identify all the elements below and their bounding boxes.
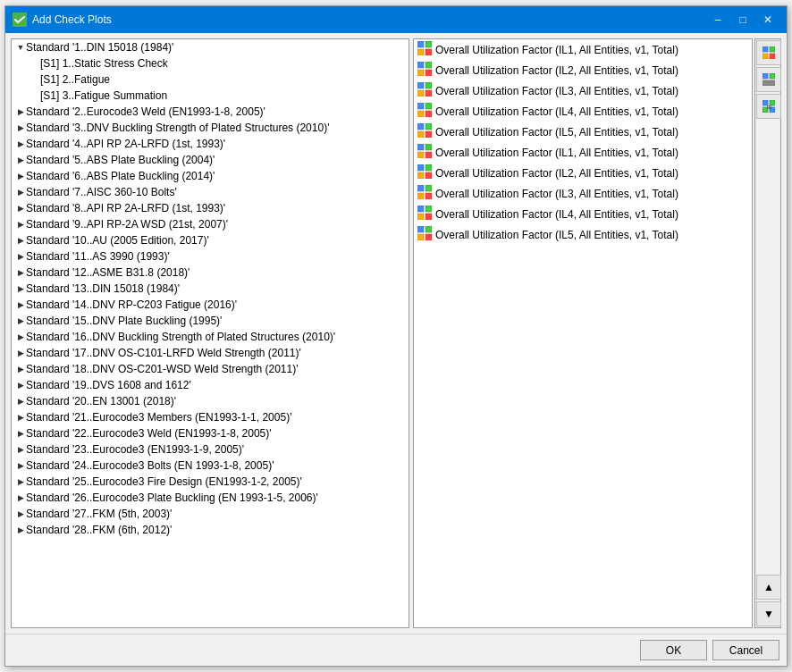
tree-item[interactable]: ▶Standard '23..Eurocode3 (EN1993-1-9, 20… (12, 441, 409, 458)
tree-arrow-icon: ▶ (15, 267, 26, 278)
tree-item-label: Standard '16..DNV Buckling Strength of P… (26, 331, 335, 343)
maximize-button[interactable]: □ (731, 11, 754, 29)
svg-rect-2 (425, 41, 432, 47)
tree-item-label: Standard '14..DNV RP-C203 Fatigue (2016)… (26, 298, 237, 311)
svg-rect-24 (425, 152, 432, 158)
tree-item-label: Standard '9..API RP-2A WSD (21st, 2007)' (26, 218, 228, 231)
tree-item[interactable]: ▶Standard '4..API RP 2A-LRFD (1st, 1993)… (12, 136, 409, 152)
right-list-panel[interactable]: Overall Utilization Factor (IL1, All Ent… (413, 38, 753, 628)
list-item-label: Overall Utilization Factor (IL3, All Ent… (435, 188, 678, 200)
scroll-down-button[interactable]: ▼ (756, 601, 781, 626)
list-view-button[interactable] (756, 67, 781, 92)
left-tree-panel[interactable]: ▼Standard '1..DIN 15018 (1984)'[S1] 1..S… (11, 38, 409, 628)
tree-item[interactable]: ▶Standard '12..ASME B31.8 (2018)' (12, 265, 409, 281)
list-item[interactable]: Overall Utilization Factor (IL1, All Ent… (414, 39, 752, 60)
content-area: ▼Standard '1..DIN 15018 (1984)'[S1] 1..S… (5, 33, 787, 666)
tree-item[interactable]: ▶Standard '24..Eurocode3 Bolts (EN 1993-… (12, 458, 409, 474)
tree-item[interactable]: [S1] 3..Fatigue Summation (12, 88, 409, 104)
tree-item[interactable]: ▶Standard '5..ABS Plate Buckling (2004)' (12, 152, 409, 168)
tree-item[interactable]: ▶Standard '17..DNV OS-C101-LRFD Weld Str… (12, 345, 409, 361)
list-item[interactable]: Overall Utilization Factor (IL2, All Ent… (414, 163, 752, 183)
plot-icon (417, 82, 432, 99)
tree-item[interactable]: ▶Standard '16..DNV Buckling Strength of … (12, 329, 409, 345)
tree-item-label: Standard '10..AU (2005 Edition, 2017)' (26, 234, 209, 247)
svg-rect-36 (425, 214, 432, 220)
title-bar: Add Check Plots – □ ✕ (5, 6, 787, 33)
tree-item-label: Standard '20..EN 13001 (2018)' (26, 395, 176, 407)
cancel-button[interactable]: Cancel (712, 640, 779, 660)
grid-view-button[interactable] (756, 40, 781, 65)
list-item-label: Overall Utilization Factor (IL1, All Ent… (435, 44, 678, 56)
svg-rect-37 (417, 226, 424, 232)
tree-item[interactable]: ▶Standard '28..FKM (6th, 2012)' (12, 522, 409, 538)
tree-item[interactable]: ▶Standard '15..DNV Plate Buckling (1995)… (12, 313, 409, 329)
tree-item[interactable]: [S1] 1..Static Stress Check (12, 55, 409, 71)
tree-item[interactable]: ▶Standard '22..Eurocode3 Weld (EN1993-1-… (12, 425, 409, 441)
tree-item[interactable]: ▶Standard '11..AS 3990 (1993)' (12, 248, 409, 265)
tree-item[interactable]: ▶Standard '3..DNV Buckling Strength of P… (12, 120, 409, 136)
list-item[interactable]: Overall Utilization Factor (IL2, All Ent… (414, 60, 752, 80)
window-icon (13, 13, 27, 27)
tree-item[interactable]: ▶Standard '18..DNV OS-C201-WSD Weld Stre… (12, 361, 409, 377)
list-item[interactable]: Overall Utilization Factor (IL3, All Ent… (414, 80, 752, 101)
list-item[interactable]: Overall Utilization Factor (IL5, All Ent… (414, 122, 752, 142)
tree-item[interactable]: ▶Standard '10..AU (2005 Edition, 2017)' (12, 232, 409, 248)
list-item[interactable]: Overall Utilization Factor (IL4, All Ent… (414, 101, 752, 122)
tree-item-label: Standard '1..DIN 15018 (1984)' (26, 41, 173, 54)
plot-icon (417, 62, 432, 79)
svg-rect-32 (425, 193, 432, 199)
svg-rect-10 (425, 82, 432, 88)
svg-rect-22 (425, 144, 432, 150)
list-item[interactable]: Overall Utilization Factor (IL1, All Ent… (414, 142, 752, 163)
svg-rect-3 (417, 49, 424, 55)
tree-arrow-icon: ▶ (15, 396, 26, 407)
tree-item[interactable]: [S1] 2..Fatigue (12, 71, 409, 88)
svg-rect-25 (417, 164, 424, 171)
svg-rect-45 (763, 73, 768, 79)
tree-item[interactable]: ▶Standard '2..Eurocode3 Weld (EN1993-1-8… (12, 104, 409, 120)
tree-item[interactable]: ▶Standard '26..Eurocode3 Plate Buckling … (12, 490, 409, 506)
tree-item-label: Standard '22..Eurocode3 Weld (EN1993-1-8… (26, 427, 272, 440)
scroll-up-button[interactable]: ▲ (756, 575, 781, 600)
svg-rect-28 (425, 172, 432, 179)
tree-item[interactable]: ▶Standard '25..Eurocode3 Fire Design (EN… (12, 474, 409, 490)
tree-item[interactable]: ▼Standard '1..DIN 15018 (1984)' (12, 39, 409, 55)
tree-item[interactable]: ▶Standard '8..API RP 2A-LRFD (1st, 1993)… (12, 200, 409, 216)
list-item-label: Overall Utilization Factor (IL1, All Ent… (435, 147, 678, 159)
svg-rect-47 (763, 80, 775, 86)
plot-icon (417, 185, 432, 202)
list-item[interactable]: Overall Utilization Factor (IL5, All Ent… (414, 224, 752, 245)
side-toolbar: ⊞ ▲ ▼ (754, 38, 781, 628)
svg-rect-40 (425, 234, 432, 240)
svg-rect-6 (425, 62, 432, 68)
ok-button[interactable]: OK (640, 640, 707, 660)
plot-icon (417, 206, 432, 223)
close-button[interactable]: ✕ (756, 11, 779, 29)
list-item[interactable]: Overall Utilization Factor (IL3, All Ent… (414, 183, 752, 204)
minimize-button[interactable]: – (706, 11, 729, 29)
tree-item-label: Standard '7..AISC 360-10 Bolts' (26, 186, 177, 198)
tree-item[interactable]: ▶Standard '9..API RP-2A WSD (21st, 2007)… (12, 216, 409, 232)
window-controls: – □ ✕ (706, 11, 779, 29)
tree-item[interactable]: ▶Standard '13..DIN 15018 (1984)' (12, 281, 409, 297)
filter-button[interactable]: ⊞ (756, 94, 781, 119)
list-item[interactable]: Overall Utilization Factor (IL4, All Ent… (414, 204, 752, 224)
svg-rect-21 (417, 144, 424, 150)
svg-rect-14 (425, 103, 432, 109)
add-check-plots-window: Add Check Plots – □ ✕ ▼Standard '1..DIN … (4, 5, 788, 667)
tree-item[interactable]: ▶Standard '27..FKM (5th, 2003)' (12, 506, 409, 522)
tree-item[interactable]: ▶Standard '19..DVS 1608 and 1612' (12, 377, 409, 393)
tree-item[interactable]: ▶Standard '21..Eurocode3 Members (EN1993… (12, 409, 409, 425)
svg-rect-34 (425, 206, 432, 212)
svg-rect-29 (417, 185, 424, 191)
tree-item-label: Standard '13..DIN 15018 (1984)' (26, 282, 180, 295)
tree-item[interactable]: ▶Standard '14..DNV RP-C203 Fatigue (2016… (12, 297, 409, 313)
tree-item-label: Standard '17..DNV OS-C101-LRFD Weld Stre… (26, 347, 301, 359)
tree-item[interactable]: ▶Standard '7..AISC 360-10 Bolts' (12, 184, 409, 200)
tree-item[interactable]: ▶Standard '6..ABS Plate Buckling (2014)' (12, 168, 409, 184)
svg-rect-4 (425, 49, 432, 55)
tree-arrow-icon: ▶ (15, 476, 26, 487)
tree-item[interactable]: ▶Standard '20..EN 13001 (2018)' (12, 393, 409, 409)
toolbar-spacer (755, 120, 780, 574)
svg-rect-46 (770, 73, 775, 79)
